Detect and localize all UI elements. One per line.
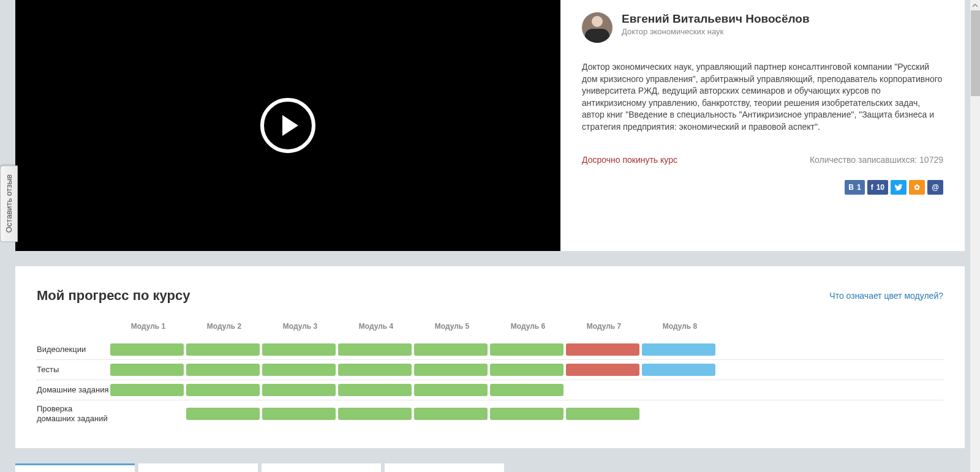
progress-bar-module-6[interactable] <box>490 364 564 376</box>
progress-bar-module-4[interactable] <box>338 384 412 396</box>
progress-bars <box>110 408 943 420</box>
page-wrapper: Евгений Витальевич Новосёлов Доктор экон… <box>15 0 965 472</box>
progress-row: Проверка домашних заданий <box>37 400 943 427</box>
module-header-5: Модуль 5 <box>414 322 490 331</box>
module-headers-row: Модуль 1Модуль 2Модуль 3Модуль 4Модуль 5… <box>37 322 943 331</box>
instructor-name: Евгений Витальевич Новосёлов <box>622 12 810 26</box>
progress-title: Мой прогресс по курсу <box>37 288 190 304</box>
scroll-up-arrow[interactable] <box>970 0 980 10</box>
instructor-avatar <box>582 12 612 43</box>
share-facebook-button[interactable]: f 10 <box>867 180 888 195</box>
progress-bar-module-3[interactable] <box>262 343 336 356</box>
progress-bar-module-3[interactable] <box>262 384 336 396</box>
module-color-help-link[interactable]: Что означает цвет модулей? <box>829 291 943 301</box>
share-mailru-button[interactable]: @ <box>927 180 943 195</box>
play-icon <box>259 97 317 154</box>
feedback-tab[interactable]: Оставить отзыв <box>0 165 18 242</box>
facebook-icon: f <box>871 183 873 192</box>
progress-bar-module-5[interactable] <box>414 384 488 396</box>
progress-row-label: Домашние задания <box>37 385 110 395</box>
progress-row: Видеолекции <box>37 340 943 360</box>
scroll-thumb[interactable] <box>971 10 980 96</box>
instructor-bio: Доктор экономических наук, управляющий п… <box>582 61 943 133</box>
progress-card: Мой прогресс по курсу Что означает цвет … <box>15 266 965 448</box>
progress-bars <box>110 343 943 356</box>
tab-3[interactable] <box>262 463 381 472</box>
course-meta-row: Досрочно покинуть курс Количество записа… <box>582 155 943 165</box>
video-player[interactable] <box>15 0 560 251</box>
progress-bar-module-8 <box>642 384 715 396</box>
progress-bar-module-4[interactable] <box>338 364 412 376</box>
share-vk-button[interactable]: В 1 <box>845 180 864 195</box>
leave-course-link[interactable]: Досрочно покинуть курс <box>582 155 677 165</box>
progress-bar-module-1[interactable] <box>110 384 184 396</box>
vk-count: 1 <box>857 183 861 192</box>
instructor-panel: Евгений Витальевич Новосёлов Доктор экон… <box>560 0 965 251</box>
module-header-1: Модуль 1 <box>110 322 186 331</box>
progress-bar-module-3[interactable] <box>262 364 336 376</box>
course-header-card: Евгений Витальевич Новосёлов Доктор экон… <box>15 0 965 251</box>
progress-bar-module-1 <box>110 408 184 420</box>
mailru-icon: @ <box>932 183 939 192</box>
progress-bar-module-5[interactable] <box>414 343 488 356</box>
social-share-row: В 1 f 10 ✿ @ <box>582 180 943 195</box>
bottom-tabs <box>15 463 965 472</box>
vertical-scrollbar[interactable] <box>970 0 980 472</box>
progress-row-label: Проверка домашних заданий <box>37 404 110 423</box>
progress-bar-module-4[interactable] <box>338 343 412 356</box>
progress-row: Домашние задания <box>37 380 943 400</box>
play-button[interactable] <box>259 97 317 154</box>
progress-header: Мой прогресс по курсу Что означает цвет … <box>37 288 943 304</box>
progress-bar-module-1[interactable] <box>110 343 184 356</box>
progress-bar-module-2[interactable] <box>186 408 260 420</box>
module-header-4: Модуль 4 <box>338 322 414 331</box>
progress-bar-module-7[interactable] <box>566 364 639 376</box>
progress-bar-module-6[interactable] <box>490 408 564 420</box>
progress-bar-module-4[interactable] <box>338 408 412 420</box>
tab-2[interactable] <box>138 463 258 472</box>
progress-row-label: Видеолекции <box>37 345 110 354</box>
module-header-8: Модуль 8 <box>642 322 718 331</box>
progress-bar-module-1[interactable] <box>110 364 184 376</box>
progress-bar-module-8[interactable] <box>642 343 715 356</box>
module-header-7: Модуль 7 <box>566 322 642 331</box>
chevron-up-icon <box>972 2 978 9</box>
progress-bars <box>110 364 943 376</box>
fb-count: 10 <box>876 183 884 192</box>
twitter-icon <box>894 183 903 192</box>
progress-bar-module-6[interactable] <box>490 384 564 396</box>
progress-bar-module-2[interactable] <box>186 364 260 376</box>
progress-bar-module-3[interactable] <box>262 408 336 420</box>
odnoklassniki-icon: ✿ <box>914 183 920 192</box>
progress-bars <box>110 384 943 396</box>
tab-1[interactable] <box>15 463 135 472</box>
progress-bar-module-7[interactable] <box>566 408 639 420</box>
instructor-title: Доктор экономических наук <box>622 27 810 36</box>
progress-bar-module-2[interactable] <box>186 343 260 356</box>
vk-icon: В <box>848 183 854 192</box>
module-header-3: Модуль 3 <box>262 322 338 331</box>
enroll-count: Количество записавшихся: 10729 <box>810 155 943 165</box>
progress-bar-module-2[interactable] <box>186 384 260 396</box>
progress-bar-module-6[interactable] <box>490 343 564 356</box>
share-odnoklassniki-button[interactable]: ✿ <box>909 180 925 195</box>
progress-bar-module-8[interactable] <box>642 364 715 376</box>
share-twitter-button[interactable] <box>891 180 907 195</box>
progress-table: Модуль 1Модуль 2Модуль 3Модуль 4Модуль 5… <box>37 322 943 427</box>
progress-bar-module-8 <box>642 408 715 420</box>
progress-bar-module-7[interactable] <box>566 343 639 356</box>
progress-bar-module-5[interactable] <box>414 364 488 376</box>
progress-bar-module-5[interactable] <box>414 408 488 420</box>
instructor-header: Евгений Витальевич Новосёлов Доктор экон… <box>582 12 943 43</box>
tab-4[interactable] <box>385 463 504 472</box>
progress-bar-module-7 <box>566 384 639 396</box>
module-header-2: Модуль 2 <box>186 322 262 331</box>
module-header-6: Модуль 6 <box>490 322 566 331</box>
progress-row-label: Тесты <box>37 365 110 375</box>
progress-row: Тесты <box>37 360 943 380</box>
